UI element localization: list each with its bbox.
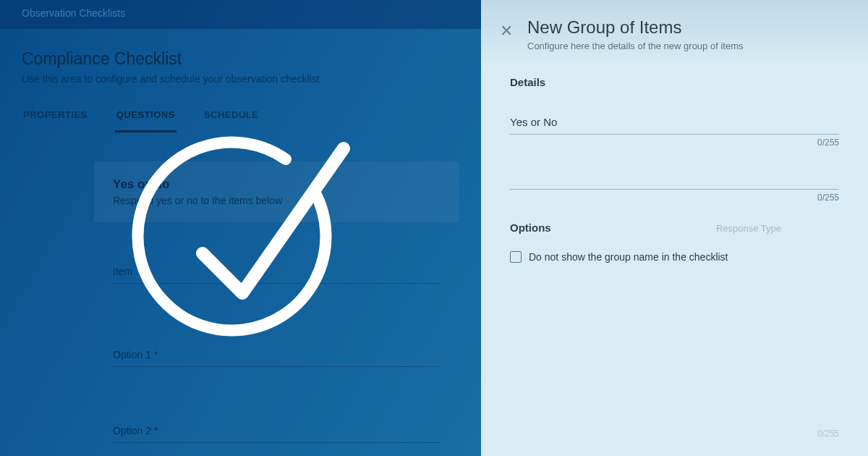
group-name-value: Yes or No (510, 116, 839, 128)
panel-subtitle: Configure here the details of the new gr… (527, 41, 845, 51)
hide-group-name-checkbox[interactable] (510, 251, 522, 263)
char-counter-2: 0/255 (510, 193, 839, 203)
group-description-input[interactable] (510, 166, 839, 190)
panel-title: New Group of Items (527, 17, 845, 38)
details-section-label: Details (510, 76, 839, 88)
modal-backdrop (0, 0, 481, 456)
options-section-label: Options (510, 221, 839, 234)
close-icon[interactable]: ✕ (497, 22, 516, 41)
hide-group-name-label: Do not show the group name in the checkl… (529, 251, 728, 263)
response-type-label: Response Type (716, 223, 781, 234)
char-counter-1: 0/255 (510, 138, 839, 148)
group-name-input[interactable]: Yes or No (510, 106, 839, 135)
char-counter-ghost: 0/255 (817, 428, 839, 439)
side-panel: ✕ New Group of Items Configure here the … (481, 0, 868, 456)
